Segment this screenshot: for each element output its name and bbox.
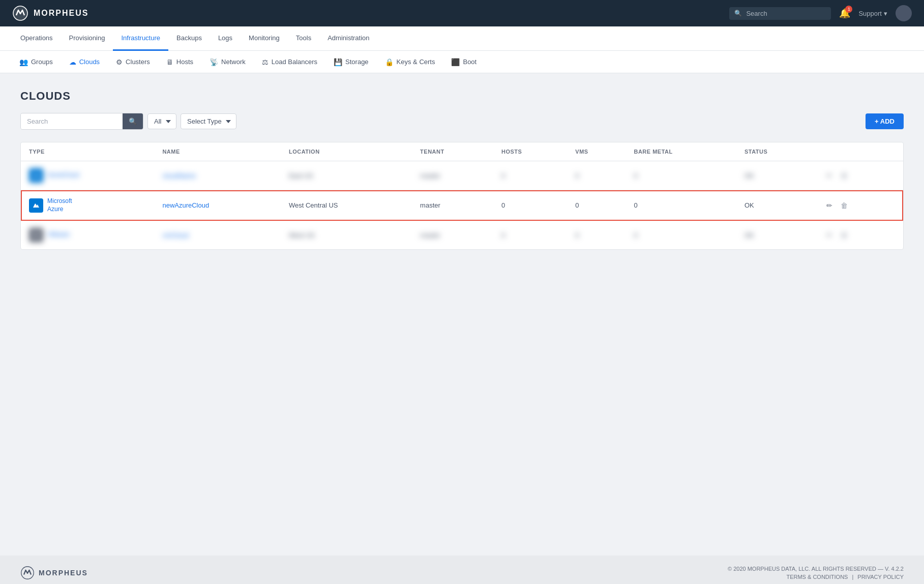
nav-item-backups[interactable]: Backups (168, 26, 210, 51)
main-content: CLOUDS 🔍 All Select Type + ADD TYPE NAME… (0, 73, 924, 556)
azure-type-cell: Microsoft Azure (21, 190, 154, 221)
notification-bell-button[interactable]: 🔔 1 (839, 8, 850, 19)
footer-logo-text: MORPHEUS (39, 569, 88, 577)
subnav-clusters-label: Clusters (126, 58, 150, 66)
nav-item-tools[interactable]: Tools (288, 26, 319, 51)
actions-cell: ✏ 🗑 (823, 200, 895, 211)
search-submit-button[interactable]: 🔍 (123, 113, 143, 129)
subnav-hosts-label: Hosts (176, 58, 193, 66)
footer-logo-icon (20, 566, 35, 580)
top-bar: MORPHEUS 🔍 🔔 1 Support ▾ (0, 0, 924, 26)
col-tenant: TENANT (412, 142, 493, 161)
blurred-actions: ✏ 🗑 (815, 161, 903, 190)
hosts-icon: 🖥 (166, 58, 173, 66)
azure-cloud-row: Microsoft Azure newAzureCloud West Centr… (21, 190, 903, 221)
subnav-hosts[interactable]: 🖥 Hosts (159, 53, 200, 71)
actions-cell: ✏ 🗑 (823, 170, 895, 181)
footer-links: TERMS & CONDITIONS | PRIVACY POLICY (728, 574, 904, 580)
azure-actions: ✏ 🗑 (815, 190, 903, 221)
search-input[interactable] (21, 114, 123, 129)
azure-type-name: Microsoft Azure (47, 197, 72, 213)
delete-button2[interactable]: 🗑 (838, 230, 851, 240)
clusters-icon: ⚙ (116, 58, 123, 66)
blurred-tenant: master (412, 161, 493, 190)
cloud-name-link2[interactable]: vmCloud (162, 231, 188, 239)
subnav-clusters[interactable]: ⚙ Clusters (109, 53, 157, 71)
footer-right: © 2020 MORPHEUS DATA, LLC. ALL RIGHTS RE… (728, 566, 904, 580)
col-actions (815, 142, 903, 161)
morpheus-logo-icon (12, 5, 28, 21)
azure-name-link[interactable]: newAzureCloud (162, 201, 209, 209)
subnav-load-balancers-label: Load Balancers (272, 58, 317, 66)
all-filter-select[interactable]: All (147, 113, 176, 129)
nav-item-logs[interactable]: Logs (210, 26, 241, 51)
blurred2-vms: 0 (567, 221, 625, 250)
network-icon: 📡 (210, 58, 218, 66)
footer-logo: MORPHEUS (20, 566, 88, 580)
azure-location: West Central US (281, 190, 412, 221)
table-body: A SomeCloud cloudName East US master 0 0… (21, 161, 903, 250)
primary-nav: Operations Provisioning Infrastructure B… (0, 26, 924, 51)
delete-azure-button[interactable]: 🗑 (838, 200, 851, 211)
type-filter-select[interactable]: Select Type (181, 113, 236, 129)
add-cloud-button[interactable]: + ADD (866, 113, 904, 129)
subnav-keys-certs[interactable]: 🔒 Keys & Certs (378, 53, 442, 71)
table-header: TYPE NAME LOCATION TENANT HOSTS VMS BARE… (21, 142, 903, 161)
logo-area: MORPHEUS (12, 5, 88, 21)
footer-separator: | (852, 574, 853, 580)
table-header-row: TYPE NAME LOCATION TENANT HOSTS VMS BARE… (21, 142, 903, 161)
user-avatar[interactable] (896, 5, 912, 21)
nav-item-provisioning[interactable]: Provisioning (61, 26, 113, 51)
blurred-hosts: 0 (493, 161, 567, 190)
top-search-input[interactable] (746, 10, 826, 17)
nav-item-administration[interactable]: Administration (319, 26, 377, 51)
actions-cell: ✏ 🗑 (823, 230, 895, 240)
azure-logo-svg (31, 200, 41, 211)
blurred-bare-metal: 0 (625, 161, 736, 190)
edit-azure-button[interactable]: ✏ (823, 200, 836, 211)
blurred2-tenant: master (412, 221, 493, 250)
blurred2-name: vmCloud (154, 221, 281, 250)
subnav-storage[interactable]: 💾 Storage (326, 53, 376, 71)
top-bar-right: 🔍 🔔 1 Support ▾ (729, 5, 912, 21)
edit-button2[interactable]: ✏ (823, 230, 836, 240)
blurred-status: OK (736, 161, 815, 190)
subnav-groups[interactable]: 👥 Groups (12, 53, 60, 71)
support-button[interactable]: Support ▾ (858, 10, 887, 17)
col-type: TYPE (21, 142, 154, 161)
cloud-name-link[interactable]: cloudName (162, 172, 196, 180)
azure-name-cell: newAzureCloud (154, 190, 281, 221)
azure-hosts: 0 (493, 190, 567, 221)
subnav-boot[interactable]: ⬛ Boot (444, 53, 484, 71)
nav-item-infrastructure[interactable]: Infrastructure (113, 26, 168, 51)
top-search-box[interactable]: 🔍 (729, 7, 831, 20)
col-location: LOCATION (281, 142, 412, 161)
blurred-type: A SomeCloud (21, 161, 154, 190)
cloud-type-name2: VMware (47, 231, 70, 239)
blurred2-location: West US (281, 221, 412, 250)
keys-certs-icon: 🔒 (385, 58, 394, 66)
table-row: V VMware vmCloud West US master 0 0 0 OK… (21, 221, 903, 250)
edit-button[interactable]: ✏ (823, 170, 836, 181)
col-name: NAME (154, 142, 281, 161)
blurred2-bare-metal: 0 (625, 221, 736, 250)
subnav-load-balancers[interactable]: ⚖ Load Balancers (255, 53, 324, 71)
subnav-clouds[interactable]: ☁ Clouds (62, 53, 107, 71)
subnav-network[interactable]: 📡 Network (202, 53, 253, 71)
azure-icon (29, 198, 43, 213)
subnav-boot-label: Boot (463, 58, 476, 66)
blurred2-actions: ✏ 🗑 (815, 221, 903, 250)
nav-item-operations[interactable]: Operations (12, 26, 61, 51)
blurred2-type: V VMware (21, 221, 154, 250)
clouds-table: TYPE NAME LOCATION TENANT HOSTS VMS BARE… (21, 142, 903, 249)
search-filter[interactable]: 🔍 (20, 113, 143, 130)
azure-type-line1: Microsoft (47, 197, 72, 205)
terms-link[interactable]: TERMS & CONDITIONS (786, 574, 848, 580)
delete-button[interactable]: 🗑 (838, 170, 851, 181)
nav-item-monitoring[interactable]: Monitoring (241, 26, 288, 51)
search-icon: 🔍 (734, 10, 742, 17)
privacy-link[interactable]: PRIVACY POLICY (857, 574, 904, 580)
clouds-icon: ☁ (69, 58, 76, 66)
cloud-type-cell: Microsoft Azure (29, 197, 146, 213)
subnav-groups-label: Groups (31, 58, 53, 66)
